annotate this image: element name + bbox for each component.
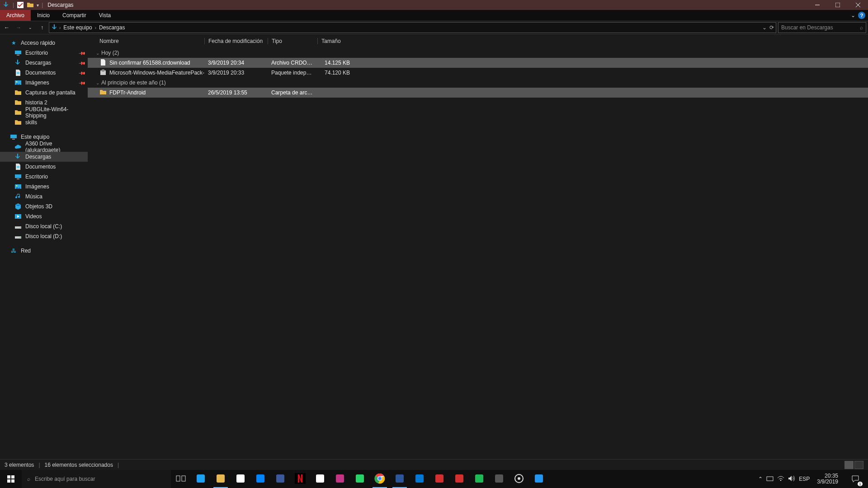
downloads-icon	[51, 24, 58, 31]
taskbar-app-whatsapp[interactable]	[350, 470, 370, 488]
sidebar-item[interactable]: Disco local (C:)	[0, 221, 88, 231]
breadcrumb-dropdown-icon[interactable]: ⌄	[762, 24, 767, 31]
tab-compartir[interactable]: Compartir	[56, 10, 93, 21]
taskbar-app-facebook[interactable]	[270, 470, 290, 488]
nav-back-button[interactable]: ←	[2, 23, 12, 33]
start-button[interactable]	[0, 470, 22, 488]
taskbar-app-spotify[interactable]	[469, 470, 489, 488]
taskbar-app-file-explorer[interactable]	[211, 470, 231, 488]
breadcrumb-item[interactable]: Este equipo	[61, 24, 94, 31]
desktop-icon	[14, 49, 22, 56]
group-label: Al principio de este año (1)	[101, 80, 166, 86]
ribbon-collapse-icon[interactable]: ⌄	[851, 12, 855, 19]
minimize-button[interactable]	[807, 0, 827, 10]
column-header-size[interactable]: Tamaño	[317, 38, 354, 44]
view-thumbnails-button[interactable]	[854, 461, 863, 469]
taskbar-app-netflix[interactable]	[290, 470, 310, 488]
chrome-icon	[374, 473, 385, 485]
tray-language[interactable]: ESP	[799, 476, 810, 482]
pictures-icon	[14, 79, 22, 86]
sidebar-item[interactable]: A360 Drive (alukardgaete)	[0, 142, 88, 152]
sidebar-item[interactable]: Videos	[0, 211, 88, 221]
system-tray: ⌃ ESP 20:35 3/9/2019 1	[758, 470, 868, 488]
nav-up-button[interactable]: ↑	[37, 23, 47, 33]
file-row[interactable]: Microsoft-Windows-MediaFeaturePack-O...3…	[88, 68, 868, 78]
svg-rect-6	[10, 135, 17, 138]
nav-forward-button[interactable]: →	[14, 23, 24, 33]
action-center-button[interactable]: 1	[845, 470, 865, 488]
sidebar-item[interactable]: Documentos	[0, 162, 88, 172]
breadcrumb-item[interactable]: Descargas	[97, 24, 127, 31]
qat-dropdown-icon[interactable]: ▾	[37, 3, 39, 8]
sidebar-item[interactable]: Descargas	[0, 152, 88, 162]
taskbar-app-messenger[interactable]	[250, 470, 270, 488]
svg-rect-24	[197, 474, 205, 483]
close-button[interactable]	[848, 0, 868, 10]
tab-vista[interactable]: Vista	[93, 10, 117, 21]
column-header-type[interactable]: Tipo	[268, 38, 317, 44]
sidebar-item[interactable]: Escritorio📌	[0, 48, 88, 58]
tray-wifi-icon[interactable]	[777, 476, 784, 483]
folder-icon	[14, 99, 22, 106]
sidebar-item[interactable]: Capturas de pantalla	[0, 88, 88, 98]
taskbar-app-twitter[interactable]	[191, 470, 211, 488]
documents-icon	[14, 69, 22, 76]
sidebar-item[interactable]: skills	[0, 117, 88, 127]
sidebar-item[interactable]: Imágenes📌	[0, 78, 88, 88]
taskbar-app-instagram[interactable]	[330, 470, 350, 488]
maximize-button[interactable]	[827, 0, 848, 10]
taskbar-app-nletter[interactable]	[310, 470, 330, 488]
checkbox-icon[interactable]	[17, 1, 24, 9]
taskbar-app-chrome[interactable]	[370, 470, 390, 488]
chevron-right-icon[interactable]: ›	[95, 25, 96, 30]
sidebar-item[interactable]: Imágenes	[0, 182, 88, 192]
tray-people-icon[interactable]	[766, 475, 774, 483]
tab-inicio[interactable]: Inicio	[31, 10, 56, 21]
sidebar-item[interactable]: PUBGLite-Win64-Shipping	[0, 108, 88, 117]
sidebar-item[interactable]: Descargas📌	[0, 58, 88, 68]
column-header-date[interactable]: Fecha de modificación	[204, 38, 268, 44]
taskbar-app-settings[interactable]	[509, 470, 529, 488]
sidebar-item[interactable]: Documentos📌	[0, 68, 88, 78]
taskbar-clock[interactable]: 20:35 3/9/2019	[813, 473, 842, 485]
taskbar-app-ninja[interactable]	[489, 470, 509, 488]
svg-point-11	[16, 185, 18, 187]
videos-icon	[14, 213, 22, 220]
tab-archivo[interactable]: Archivo	[0, 10, 31, 21]
column-header-name[interactable]: Nombre	[96, 38, 204, 44]
sidebar-quick-access[interactable]: ★ Acceso rápido	[0, 38, 88, 48]
sidebar-network[interactable]: 🖧 Red	[0, 246, 88, 256]
tray-volume-icon[interactable]	[788, 475, 795, 483]
taskbar-app-autocad[interactable]	[429, 470, 449, 488]
refresh-icon[interactable]: ⟳	[769, 24, 774, 31]
chevron-right-icon[interactable]: ›	[59, 25, 61, 30]
taskbar-search[interactable]: ⌕ Escribe aquí para buscar	[22, 470, 171, 488]
breadcrumb[interactable]: › Este equipo › Descargas ⌄ ⟳	[49, 22, 776, 33]
taskbar-app-task-view[interactable]	[171, 470, 191, 488]
ms-store-icon	[235, 473, 246, 485]
sidebar-item[interactable]: Escritorio	[0, 172, 88, 182]
file-group-header[interactable]: ⌄Hoy (2)	[88, 48, 868, 58]
file-name: Sin confirmar 651588.crdownload	[109, 60, 190, 66]
file-group-header[interactable]: ⌄Al principio de este año (1)	[88, 78, 868, 88]
help-icon[interactable]: ?	[858, 12, 865, 19]
network-icon: 🖧	[10, 247, 17, 254]
downloads-icon	[3, 1, 10, 9]
search-input[interactable]: Buscar en Descargas ⌕	[778, 22, 866, 33]
taskbar-app-ms-store[interactable]	[231, 470, 250, 488]
sidebar-item[interactable]: Objetos 3D	[0, 202, 88, 211]
nav-recent-button[interactable]: ⌄	[25, 23, 35, 33]
folder-icon[interactable]	[27, 1, 34, 9]
taskbar-app-msi[interactable]	[449, 470, 469, 488]
taskbar-app-lutris[interactable]	[529, 470, 549, 488]
taskbar-app-calendar[interactable]	[410, 470, 429, 488]
file-row[interactable]: FDPTr-Android26/5/2019 13:55Carpeta de a…	[88, 88, 868, 98]
sidebar-item[interactable]: Disco local (D:)	[0, 231, 88, 241]
chevron-down-icon: ⌄	[96, 80, 99, 85]
taskbar-app-word[interactable]	[390, 470, 410, 488]
file-row[interactable]: Sin confirmar 651588.crdownload3/9/2019 …	[88, 58, 868, 68]
view-details-button[interactable]	[844, 461, 854, 469]
sidebar-item[interactable]: Música	[0, 192, 88, 202]
taskbar: ⌕ Escribe aquí para buscar ⌃ ESP 20:35 3…	[0, 470, 868, 488]
tray-overflow-icon[interactable]: ⌃	[758, 476, 763, 482]
